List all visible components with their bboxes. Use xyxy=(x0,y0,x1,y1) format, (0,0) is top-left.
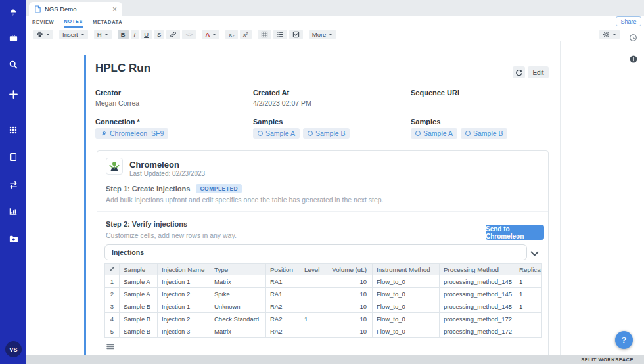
media-folder-icon[interactable] xyxy=(0,231,26,246)
text-color-button[interactable]: A xyxy=(202,30,219,39)
cell-injection-name[interactable]: Injection 2 xyxy=(158,313,210,325)
cell-volume[interactable]: 10 xyxy=(331,325,373,338)
table-corner-cell[interactable] xyxy=(105,264,120,275)
sample-chip[interactable]: Sample B xyxy=(461,128,508,139)
italic-button[interactable]: I xyxy=(131,30,139,39)
cell-level[interactable] xyxy=(300,300,331,313)
search-icon[interactable] xyxy=(0,57,26,72)
info-icon[interactable] xyxy=(630,54,637,66)
cell-level[interactable] xyxy=(300,275,331,288)
cell-volume[interactable]: 10 xyxy=(331,313,373,325)
cell-volume[interactable]: 10 xyxy=(331,300,373,313)
cell-sample[interactable]: Sample B xyxy=(120,300,158,313)
cell-position[interactable]: RA2 xyxy=(266,325,300,338)
cell-position[interactable]: RA1 xyxy=(266,288,300,300)
insert-button[interactable]: Insert xyxy=(59,30,88,39)
notebook-icon[interactable] xyxy=(0,149,26,165)
col-header-volume[interactable]: Volume (uL) xyxy=(331,264,373,275)
table-row[interactable]: 4 Sample B Injection 2 Check Standard RA… xyxy=(105,313,542,325)
workflow-icon[interactable] xyxy=(0,177,26,193)
table-row[interactable]: 5 Sample B Injection 3 Matrix RA2 10 Flo… xyxy=(105,325,542,338)
cell-type[interactable]: Unknown xyxy=(210,300,266,313)
link-button[interactable] xyxy=(166,30,180,39)
refresh-button[interactable] xyxy=(513,66,525,78)
cell-processing-method[interactable]: processing_method_172 xyxy=(440,325,515,338)
bold-button[interactable]: B xyxy=(118,30,129,39)
cell-type[interactable]: Check Standard xyxy=(210,313,266,325)
sample-chip[interactable]: Sample A xyxy=(253,128,300,139)
cell-sample[interactable]: Sample A xyxy=(120,275,158,288)
cell-position[interactable]: RA2 xyxy=(266,300,300,313)
add-row-handle-icon[interactable] xyxy=(106,340,114,352)
projects-briefcase-icon[interactable] xyxy=(0,30,26,46)
subscript-button[interactable]: x₂ xyxy=(225,30,237,39)
settings-button[interactable] xyxy=(599,30,620,39)
cell-processing-method[interactable]: processing_method_145 xyxy=(440,288,515,300)
cell-type[interactable]: Matrix xyxy=(210,275,266,288)
sample-chip[interactable]: Sample B xyxy=(303,128,350,139)
chevron-down-icon[interactable] xyxy=(530,248,539,260)
cell-sample[interactable]: Sample B xyxy=(120,325,158,338)
cell-position[interactable]: RA2 xyxy=(266,313,300,325)
apps-grid-icon[interactable] xyxy=(0,122,26,138)
cell-instrument-method[interactable]: Flow_to_0 xyxy=(373,275,440,288)
close-icon[interactable]: × xyxy=(112,6,117,12)
cell-position[interactable]: RA1 xyxy=(266,275,300,288)
share-button[interactable]: Share xyxy=(616,16,641,26)
cell-level[interactable]: 1 xyxy=(300,313,331,325)
cell-level[interactable] xyxy=(300,325,331,338)
cell-level[interactable] xyxy=(300,288,331,300)
cell-volume[interactable]: 10 xyxy=(331,275,373,288)
cell-replicate[interactable]: 1 xyxy=(515,288,542,300)
cell-instrument-method[interactable]: Flow_to_0 xyxy=(373,313,440,325)
cell-processing-method[interactable]: processing_method_145 xyxy=(440,275,515,288)
heading-button[interactable]: H xyxy=(94,30,112,39)
col-header-instrument-method[interactable]: Instrument Method xyxy=(373,264,440,275)
connection-chip[interactable]: Chromeleon_SF9 xyxy=(95,128,168,139)
cell-sample[interactable]: Sample A xyxy=(120,288,158,300)
cell-type[interactable]: Spike xyxy=(210,288,266,300)
history-clock-icon[interactable] xyxy=(629,33,637,45)
injections-table[interactable]: Sample Injection Name Type Position Leve… xyxy=(104,263,542,338)
send-to-chromeleon-button[interactable]: Send to Chromeleon xyxy=(486,225,544,240)
cell-sample[interactable]: Sample B xyxy=(120,313,158,325)
tab-review[interactable]: REVIEW xyxy=(32,16,54,28)
help-button[interactable]: ? xyxy=(615,331,633,349)
split-workspace-label[interactable]: SPLIT WORKSPACE xyxy=(581,357,633,363)
col-header-replicate[interactable]: Replicate xyxy=(515,264,542,275)
cell-injection-name[interactable]: Injection 1 xyxy=(158,300,210,313)
create-plus-icon[interactable] xyxy=(0,86,26,102)
checklist-button[interactable] xyxy=(289,30,303,39)
table-row[interactable]: 1 Sample A Injection 1 Matrix RA1 10 Flo… xyxy=(105,275,542,288)
entry-tab[interactable]: NGS Demo × xyxy=(29,2,122,16)
col-header-type[interactable]: Type xyxy=(210,264,266,275)
user-avatar[interactable]: VS xyxy=(5,341,22,357)
injections-section-header[interactable]: Injections xyxy=(104,244,527,260)
col-header-sample[interactable]: Sample xyxy=(120,264,158,275)
col-header-processing-method[interactable]: Processing Method xyxy=(440,264,515,275)
table-row[interactable]: 2 Sample A Injection 2 Spike RA1 10 Flow… xyxy=(105,288,542,300)
cell-injection-name[interactable]: Injection 2 xyxy=(158,288,210,300)
analytics-chart-icon[interactable] xyxy=(0,204,26,219)
col-header-injection-name[interactable]: Injection Name xyxy=(158,264,210,275)
underline-button[interactable]: U xyxy=(141,30,152,39)
strikethrough-button[interactable]: S xyxy=(154,30,164,39)
sample-chip[interactable]: Sample A xyxy=(411,128,457,139)
cell-instrument-method[interactable]: Flow_to_0 xyxy=(373,325,440,338)
table-row[interactable]: 3 Sample B Injection 1 Unknown RA2 10 Fl… xyxy=(105,300,542,313)
benchling-logo-icon[interactable] xyxy=(0,5,26,21)
cell-type[interactable]: Matrix xyxy=(210,325,266,338)
cell-volume[interactable]: 10 xyxy=(331,288,373,300)
insert-table-button[interactable] xyxy=(258,30,271,39)
cell-replicate[interactable]: 1 xyxy=(515,300,542,313)
print-button[interactable] xyxy=(33,30,53,39)
cell-processing-method[interactable]: processing_method_172 xyxy=(440,313,515,325)
cell-instrument-method[interactable]: Flow_to_0 xyxy=(373,300,440,313)
cell-replicate[interactable] xyxy=(515,325,542,338)
cell-injection-name[interactable]: Injection 1 xyxy=(158,275,210,288)
cell-instrument-method[interactable]: Flow_to_0 xyxy=(373,288,440,300)
tab-metadata[interactable]: METADATA xyxy=(93,16,122,28)
tab-notes[interactable]: NOTES xyxy=(64,16,83,28)
list-button[interactable] xyxy=(273,30,287,39)
more-button[interactable]: More xyxy=(309,30,336,39)
